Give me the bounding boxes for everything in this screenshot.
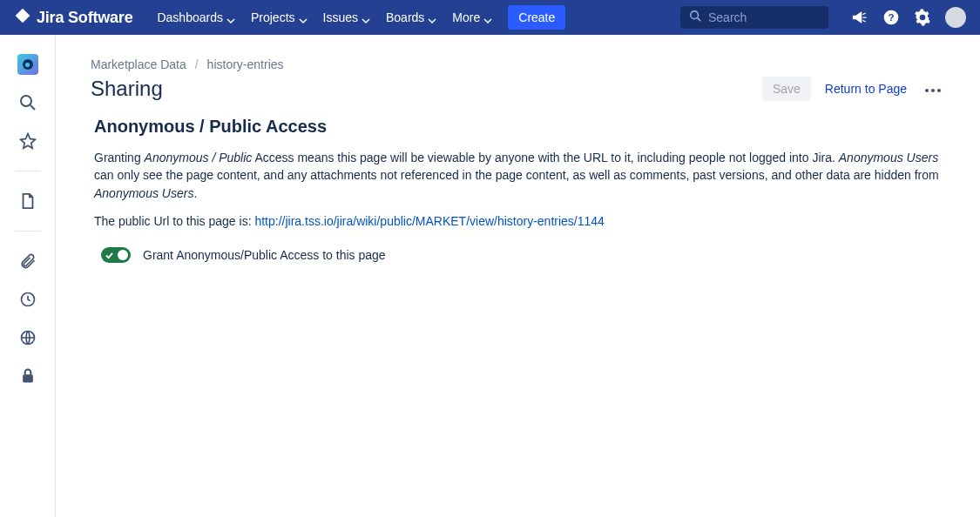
rail-clock-icon[interactable] bbox=[17, 289, 38, 310]
text-fragment: can only see the page content, and any a… bbox=[94, 168, 939, 182]
megaphone-icon[interactable] bbox=[851, 9, 868, 26]
text-em: Anonymous Users bbox=[839, 151, 938, 164]
toggle-knob bbox=[118, 250, 128, 260]
save-button[interactable]: Save bbox=[762, 77, 811, 101]
svg-point-0 bbox=[691, 11, 699, 19]
section-heading: Anonymous / Public Access bbox=[94, 117, 945, 137]
rail-document-icon[interactable] bbox=[17, 191, 38, 212]
public-url-link[interactable]: http://jira.tss.io/jira/wiki/public/MARK… bbox=[254, 214, 604, 228]
public-url-line: The public Url to this page is: http://j… bbox=[94, 214, 945, 228]
public-access-toggle[interactable] bbox=[101, 247, 131, 263]
rail-search-icon[interactable] bbox=[17, 92, 38, 113]
toggle-label: Grant Anonymous/Public Access to this pa… bbox=[143, 248, 386, 262]
gear-icon[interactable] bbox=[914, 9, 931, 26]
svg-point-9 bbox=[925, 89, 929, 92]
search-box[interactable] bbox=[680, 6, 828, 29]
breadcrumb: Marketplace Data / history-entries bbox=[91, 57, 945, 71]
top-navigation-bar: Jira Software Dashboards Projects Issues… bbox=[0, 0, 980, 35]
nav-item-label: Projects bbox=[251, 10, 295, 24]
text-fragment: . bbox=[193, 186, 197, 200]
breadcrumb-page[interactable]: history-entries bbox=[207, 57, 284, 71]
rail-divider bbox=[16, 231, 40, 232]
nav-item-label: Dashboards bbox=[157, 10, 223, 24]
topbar-icon-group: ? bbox=[851, 7, 966, 28]
chevron-down-icon bbox=[226, 14, 233, 21]
text-em: Anonymous Users bbox=[94, 186, 193, 200]
text-fragment: Granting bbox=[94, 151, 145, 164]
nav-projects[interactable]: Projects bbox=[244, 5, 313, 30]
chevron-down-icon bbox=[483, 14, 490, 21]
rail-divider bbox=[16, 171, 40, 171]
svg-point-10 bbox=[931, 89, 935, 92]
anonymous-access-section: Anonymous / Public Access Granting Anony… bbox=[91, 117, 945, 263]
help-icon[interactable]: ? bbox=[882, 9, 900, 26]
user-avatar[interactable] bbox=[945, 7, 966, 28]
svg-line-5 bbox=[30, 105, 35, 110]
project-icon[interactable] bbox=[17, 54, 38, 75]
svg-line-1 bbox=[698, 18, 701, 22]
search-input[interactable] bbox=[708, 10, 820, 24]
breadcrumb-separator: / bbox=[195, 57, 199, 71]
nav-more[interactable]: More bbox=[445, 5, 497, 30]
page-title: Sharing bbox=[91, 77, 163, 101]
title-actions: Save Return to Page bbox=[762, 77, 945, 101]
text-em: Anonymous / Public bbox=[145, 151, 253, 164]
rail-star-icon[interactable] bbox=[17, 131, 38, 151]
left-rail-sidebar bbox=[0, 35, 56, 517]
url-line-prefix: The public Url to this page is: bbox=[94, 214, 254, 228]
main-content: Marketplace Data / history-entries Shari… bbox=[56, 35, 980, 517]
toggle-row: Grant Anonymous/Public Access to this pa… bbox=[94, 247, 945, 263]
svg-point-11 bbox=[937, 89, 941, 92]
title-row: Sharing Save Return to Page bbox=[91, 77, 945, 101]
rail-globe-icon[interactable] bbox=[17, 327, 38, 348]
section-description: Granting Anonymous / Public Access means… bbox=[94, 149, 945, 202]
svg-rect-8 bbox=[23, 374, 33, 382]
nav-boards[interactable]: Boards bbox=[379, 5, 442, 30]
nav-item-label: Boards bbox=[386, 10, 424, 24]
rail-lock-icon[interactable] bbox=[17, 366, 38, 386]
breadcrumb-project[interactable]: Marketplace Data bbox=[91, 57, 186, 71]
chevron-down-icon bbox=[299, 14, 306, 21]
brand-logo[interactable]: Jira Software bbox=[14, 7, 132, 28]
nav-issues[interactable]: Issues bbox=[316, 5, 375, 30]
nav-dashboards[interactable]: Dashboards bbox=[150, 5, 240, 30]
jira-logo-icon bbox=[14, 7, 31, 28]
nav-items: Dashboards Projects Issues Boards More C… bbox=[150, 5, 565, 30]
chevron-down-icon bbox=[428, 14, 435, 21]
svg-text:?: ? bbox=[888, 11, 894, 23]
create-button[interactable]: Create bbox=[508, 5, 565, 30]
nav-item-label: Issues bbox=[323, 10, 358, 24]
more-actions-icon[interactable] bbox=[921, 77, 945, 100]
check-icon bbox=[105, 247, 113, 263]
text-fragment: Access means this page will be viewable … bbox=[252, 151, 838, 164]
search-icon bbox=[689, 10, 701, 25]
nav-item-label: More bbox=[452, 10, 480, 24]
rail-attachment-icon[interactable] bbox=[17, 251, 38, 272]
chevron-down-icon bbox=[362, 14, 368, 21]
brand-name: Jira Software bbox=[37, 9, 132, 27]
svg-point-4 bbox=[21, 96, 31, 106]
return-to-page-link[interactable]: Return to Page bbox=[825, 82, 907, 96]
